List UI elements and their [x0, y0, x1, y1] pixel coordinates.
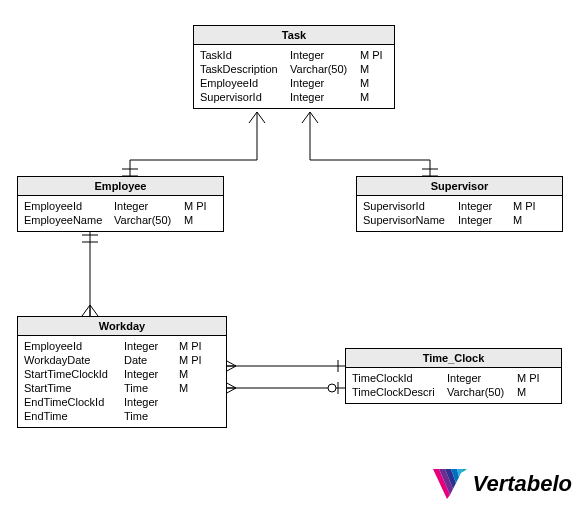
entity-body: TaskIdIntegerM PI TaskDescriptionVarchar…: [194, 45, 394, 108]
entity-body: TimeClockIdIntegerM PI TimeClockDescriVa…: [346, 368, 561, 403]
table-row: WorkdayDateDateM PI: [24, 353, 220, 367]
entity-title: Task: [194, 26, 394, 45]
table-row: EmployeeIdIntegerM PI: [24, 199, 217, 213]
vertabelo-icon: [433, 469, 467, 499]
table-row: EmployeeIdIntegerM: [200, 76, 388, 90]
entity-supervisor: Supervisor SupervisorIdIntegerM PI Super…: [356, 176, 563, 232]
table-row: TimeClockIdIntegerM PI: [352, 371, 555, 385]
table-row: TimeClockDescriVarchar(50)M: [352, 385, 555, 399]
table-row: StartTimeTimeM: [24, 381, 220, 395]
entity-title: Supervisor: [357, 177, 562, 196]
entity-employee: Employee EmployeeIdIntegerM PI EmployeeN…: [17, 176, 224, 232]
table-row: SupervisorNameIntegerM: [363, 213, 556, 227]
vertabelo-logo-text: Vertabelo: [473, 471, 572, 497]
table-row: StartTimeClockIdIntegerM: [24, 367, 220, 381]
entity-workday: Workday EmployeeIdIntegerM PI WorkdayDat…: [17, 316, 227, 428]
entity-body: EmployeeIdIntegerM PI EmployeeNameVarcha…: [18, 196, 223, 231]
vertabelo-logo: Vertabelo: [433, 469, 572, 499]
table-row: TaskIdIntegerM PI: [200, 48, 388, 62]
entity-timeclock: Time_Clock TimeClockIdIntegerM PI TimeCl…: [345, 348, 562, 404]
table-row: SupervisorIdIntegerM: [200, 90, 388, 104]
entity-task: Task TaskIdIntegerM PI TaskDescriptionVa…: [193, 25, 395, 109]
table-row: EndTimeTime: [24, 409, 220, 423]
svg-point-0: [328, 384, 336, 392]
entity-body: EmployeeIdIntegerM PI WorkdayDateDateM P…: [18, 336, 226, 427]
table-row: EndTimeClockIdInteger: [24, 395, 220, 409]
table-row: EmployeeNameVarchar(50)M: [24, 213, 217, 227]
table-row: EmployeeIdIntegerM PI: [24, 339, 220, 353]
table-row: SupervisorIdIntegerM PI: [363, 199, 556, 213]
entity-title: Time_Clock: [346, 349, 561, 368]
entity-body: SupervisorIdIntegerM PI SupervisorNameIn…: [357, 196, 562, 231]
table-row: TaskDescriptionVarchar(50)M: [200, 62, 388, 76]
entity-title: Employee: [18, 177, 223, 196]
entity-title: Workday: [18, 317, 226, 336]
